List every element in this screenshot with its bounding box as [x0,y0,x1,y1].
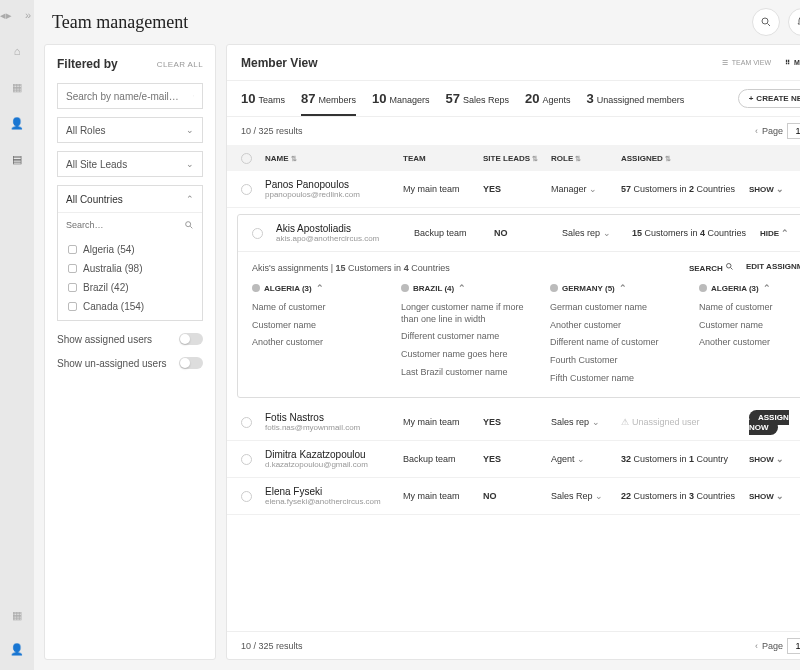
chevron-down-icon: ⌄ [595,491,603,501]
search-icon [725,262,734,271]
customer-name: Customer name goes here [401,346,536,364]
apps-icon[interactable]: ▦ [10,608,24,622]
chevron-up-icon: ⌃ [763,283,771,293]
code-icon[interactable]: ◂▸ [0,8,13,22]
prev-page-bottom[interactable]: ‹ [755,641,758,651]
filter-heading: Filtered by [57,57,118,71]
checkbox[interactable] [68,302,77,311]
col-assigned[interactable]: ASSIGNED⇅ [621,154,741,163]
country-group-header[interactable]: GERMANY (5) ⌃ [550,283,685,293]
stat-sales-reps[interactable]: 57Sales Reps [445,91,509,106]
svg-point-2 [193,96,194,97]
country-group: BRAZIL (4) ⌃Longer customer name if more… [401,283,536,387]
country-search[interactable] [58,212,202,236]
dashboard-icon[interactable]: ▦ [10,80,24,94]
stat-members[interactable]: 87Members [301,91,356,116]
expand-icon[interactable]: » [21,8,35,22]
chevron-up-icon: ⌃ [619,283,627,293]
member-role[interactable]: Manager ⌄ [551,184,613,194]
profile-icon[interactable]: 👤 [10,642,24,656]
stat-unassigned-members[interactable]: 3Unassigned members [586,91,684,106]
select-all[interactable] [241,153,252,164]
col-team: TEAM [403,154,475,163]
stat-managers[interactable]: 10Managers [372,91,430,106]
edit-assignments[interactable]: EDIT ASSIGNMENTS ✎ [746,262,800,273]
search-input[interactable] [57,83,203,109]
member-role[interactable]: Sales rep ⌄ [551,417,613,427]
prev-page[interactable]: ‹ [755,126,758,136]
row-select[interactable] [241,184,252,195]
clear-all[interactable]: CLEAR ALL [157,60,203,69]
col-siteleads[interactable]: SITE LEADS⇅ [483,154,543,163]
member-view-switch[interactable]: ⠿MEMBER VIEW [785,59,800,67]
country-group-header[interactable]: ALGERIA (3) ⌃ [699,283,800,293]
member-sitelead: YES [483,454,543,464]
svg-point-4 [186,221,191,226]
stat-agents[interactable]: 20Agents [525,91,571,106]
warning-icon: ⚠ [621,417,629,427]
chevron-down-icon: ⌄ [592,417,600,427]
member-name: Fotis Nastros [265,412,395,423]
roles-select[interactable]: All Roles⌄ [57,117,203,143]
country-option[interactable]: Canada (154) [58,297,202,316]
checkbox[interactable] [68,245,77,254]
search-assignments[interactable]: SEARCH [689,262,734,273]
member-role[interactable]: Sales Rep ⌄ [551,491,613,501]
chevron-icon: ⌄ [776,454,784,464]
expanded-row: Akis Apostoliadisakis.apo@anothercircus.… [237,214,800,398]
customer-name: Another customer [252,334,387,352]
member-role[interactable]: Sales rep ⌄ [562,228,624,238]
dot-icon [699,284,707,292]
country-group-header[interactable]: BRAZIL (4) ⌃ [401,283,536,293]
member-email: fotis.nas@myownmail.com [265,423,395,432]
row-select[interactable] [241,454,252,465]
member-sitelead: NO [494,228,554,238]
customer-name: Name of customer [252,299,387,317]
countries-header[interactable]: All Countries⌃ [58,186,202,212]
member-team: My main team [403,184,475,194]
page-input-bottom[interactable] [787,638,800,654]
toggle-row[interactable]: SHOW ⌄ [749,454,800,464]
member-team: My main team [403,491,475,501]
customer-name: German customer name [550,299,685,317]
checkbox[interactable] [68,283,77,292]
user-icon[interactable]: 👤 [10,116,24,130]
team-view-switch[interactable]: ☰TEAM VIEW [722,59,771,67]
customer-name: Last Brazil customer name [401,364,536,382]
row-select[interactable] [241,491,252,502]
row-select[interactable] [252,228,263,239]
toggle-row[interactable]: SHOW ⌄ [749,491,800,501]
home-icon[interactable]: ⌂ [10,44,24,58]
toggle-assigned[interactable] [179,333,203,345]
chevron-icon: ⌄ [776,491,784,501]
country-option[interactable]: Algeria (54) [58,240,202,259]
member-team: Backup team [414,228,486,238]
checkbox[interactable] [68,264,77,273]
results-count: 10 / 325 results [241,126,303,136]
search-button[interactable] [752,8,780,36]
list-icon[interactable]: ▤ [10,152,24,166]
customer-name: Fifth Customer name [550,370,685,388]
col-role[interactable]: ROLE⇅ [551,154,613,163]
col-name[interactable]: NAME⇅ [265,154,395,163]
toggle-row[interactable]: HIDE ⌃ [760,228,800,238]
stat-teams[interactable]: 10Teams [241,91,285,106]
customer-name: Different name of customer [550,334,685,352]
notifications-button[interactable] [788,8,800,36]
toggle-row[interactable]: SHOW ⌄ [749,184,800,194]
customer-name: Customer name [699,317,800,335]
country-group-header[interactable]: ALGERIA (3) ⌃ [252,283,387,293]
create-user-button[interactable]: +CREATE NEW USER [738,89,800,108]
siteleads-select[interactable]: All Site Leads⌄ [57,151,203,177]
row-select[interactable] [241,417,252,428]
member-email: elena.fyseki@anothercircus.com [265,497,395,506]
customer-name: Fourth Customer [550,352,685,370]
member-role[interactable]: Agent ⌄ [551,454,613,464]
toggle-unassigned[interactable] [179,357,203,369]
dot-icon [401,284,409,292]
country-option[interactable]: Brazil (42) [58,278,202,297]
customer-name: Longer customer name if more than one li… [401,299,536,328]
page-input[interactable] [787,123,800,139]
assign-now-button[interactable]: ASSIGN NOW [749,410,789,435]
country-option[interactable]: Australia (98) [58,259,202,278]
